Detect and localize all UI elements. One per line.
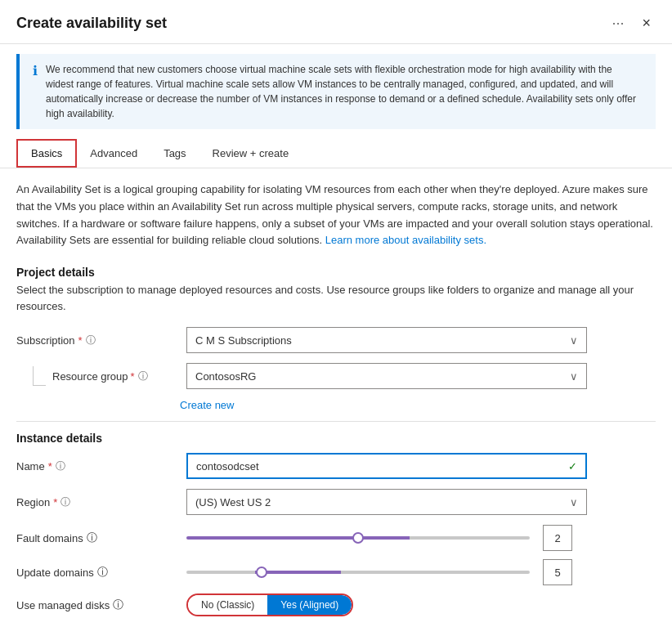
name-control: contosodcset ✓ bbox=[186, 453, 587, 479]
title-bar: Create availability set ··· × bbox=[0, 0, 672, 44]
subscription-info-icon: ⓘ bbox=[86, 334, 96, 347]
subscription-chevron-icon: ∨ bbox=[570, 334, 578, 347]
name-value: contosodcset bbox=[196, 460, 259, 473]
tab-advanced[interactable]: Advanced bbox=[77, 139, 150, 168]
managed-disks-row: Use managed disks ⓘ No (Classic) Yes (Al… bbox=[16, 593, 656, 616]
update-domains-info-icon: ⓘ bbox=[97, 565, 108, 580]
tab-basics[interactable]: Basics bbox=[16, 139, 77, 168]
fault-domains-slider[interactable] bbox=[186, 536, 530, 540]
create-availability-set-dialog: Create availability set ··· × ℹ We recom… bbox=[0, 0, 672, 636]
project-details-title: Project details bbox=[16, 266, 656, 279]
update-domains-value: 5 bbox=[543, 559, 572, 585]
fault-domains-info-icon: ⓘ bbox=[87, 531, 97, 545]
info-banner: ℹ We recommend that new customers choose… bbox=[16, 54, 656, 129]
availability-set-description: An Availability Set is a logical groupin… bbox=[16, 181, 656, 249]
info-banner-text: We recommend that new customers choose v… bbox=[46, 62, 643, 121]
name-info-icon: ⓘ bbox=[56, 459, 65, 473]
dialog-title: Create availability set bbox=[16, 15, 167, 32]
resource-group-row: Resource group * ⓘ ContososRG ∨ bbox=[16, 363, 656, 389]
update-domains-slider-container bbox=[186, 571, 530, 574]
fault-domains-value: 2 bbox=[543, 525, 572, 551]
subscription-value: C M S Subscriptions bbox=[195, 334, 292, 347]
managed-disks-info-icon: ⓘ bbox=[113, 598, 123, 612]
update-domains-label: Update domains ⓘ bbox=[16, 565, 180, 580]
fault-domains-row: Fault domains ⓘ 2 bbox=[16, 525, 656, 551]
resource-group-control: ContososRG ∨ bbox=[186, 363, 587, 389]
managed-disks-no-option[interactable]: No (Classic) bbox=[188, 595, 267, 615]
create-new-link[interactable]: Create new bbox=[180, 399, 656, 411]
name-label: Name * ⓘ bbox=[16, 459, 180, 473]
subscription-row: Subscription * ⓘ C M S Subscriptions ∨ bbox=[16, 327, 656, 353]
subscription-label: Subscription * ⓘ bbox=[16, 334, 180, 347]
name-required: * bbox=[48, 460, 52, 473]
fault-domains-slider-container bbox=[186, 536, 530, 540]
managed-disks-toggle: No (Classic) Yes (Aligned) bbox=[186, 593, 353, 616]
ellipsis-button[interactable]: ··· bbox=[607, 13, 629, 34]
managed-disks-yes-option[interactable]: Yes (Aligned) bbox=[267, 595, 352, 615]
info-icon: ℹ bbox=[33, 63, 38, 121]
subscription-control: C M S Subscriptions ∨ bbox=[186, 327, 587, 353]
learn-more-link[interactable]: Learn more about availability sets. bbox=[325, 234, 486, 246]
region-label: Region * ⓘ bbox=[16, 495, 180, 509]
project-details-desc: Select the subscription to manage deploy… bbox=[16, 282, 656, 314]
tab-tags[interactable]: Tags bbox=[150, 139, 199, 168]
tab-review-create[interactable]: Review + create bbox=[199, 139, 302, 168]
region-control: (US) West US 2 ∨ bbox=[186, 489, 587, 515]
close-button[interactable]: × bbox=[637, 13, 656, 34]
tab-bar: Basics Advanced Tags Review + create bbox=[0, 139, 672, 168]
region-required: * bbox=[53, 496, 57, 508]
resource-group-chevron-icon: ∨ bbox=[570, 370, 578, 383]
region-value: (US) West US 2 bbox=[195, 496, 271, 508]
resource-group-dropdown[interactable]: ContososRG ∨ bbox=[186, 363, 587, 389]
region-chevron-icon: ∨ bbox=[570, 496, 578, 508]
subscription-required: * bbox=[78, 334, 83, 347]
subscription-dropdown[interactable]: C M S Subscriptions ∨ bbox=[186, 327, 587, 353]
name-row: Name * ⓘ contosodcset ✓ bbox=[16, 453, 656, 479]
main-content: An Availability Set is a logical groupin… bbox=[0, 168, 672, 636]
instance-details-section: Instance details Name * ⓘ contosodcset ✓ bbox=[16, 432, 656, 616]
project-details-section: Project details Select the subscription … bbox=[16, 266, 656, 411]
resource-group-required: * bbox=[131, 370, 135, 383]
name-checkmark-icon: ✓ bbox=[568, 460, 577, 473]
resource-group-value: ContososRG bbox=[195, 370, 256, 383]
name-input[interactable]: contosodcset ✓ bbox=[186, 453, 587, 479]
resource-group-info-icon: ⓘ bbox=[138, 370, 148, 383]
region-dropdown[interactable]: (US) West US 2 ∨ bbox=[186, 489, 587, 515]
resource-group-label-area: Resource group * ⓘ bbox=[16, 366, 180, 386]
fault-domains-label: Fault domains ⓘ bbox=[16, 531, 180, 545]
region-info-icon: ⓘ bbox=[60, 495, 70, 509]
instance-details-title: Instance details bbox=[16, 432, 656, 445]
update-domains-slider[interactable] bbox=[186, 571, 530, 574]
managed-disks-label: Use managed disks ⓘ bbox=[16, 598, 180, 612]
title-bar-actions: ··· × bbox=[607, 13, 656, 34]
divider bbox=[16, 421, 656, 422]
region-row: Region * ⓘ (US) West US 2 ∨ bbox=[16, 489, 656, 515]
update-domains-row: Update domains ⓘ 5 bbox=[16, 559, 656, 585]
